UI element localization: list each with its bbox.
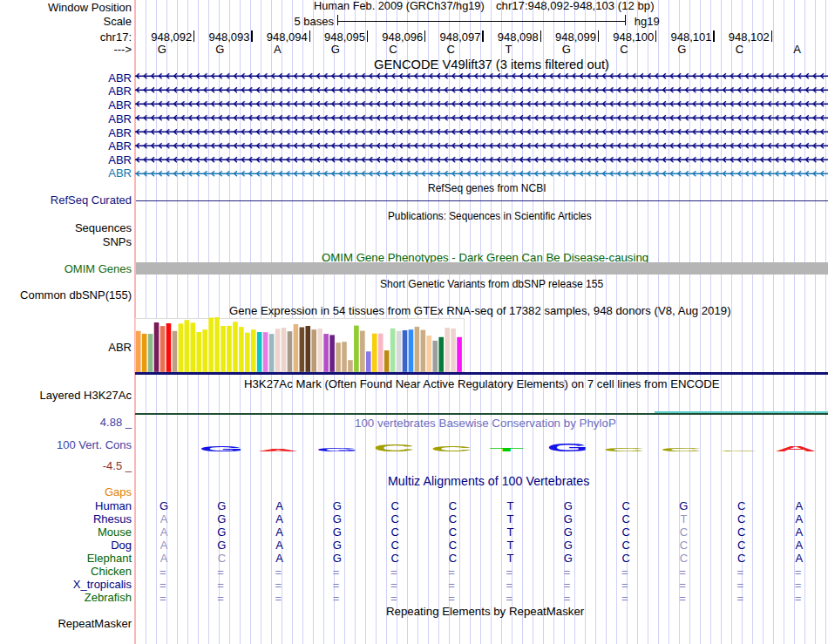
svg-text:C: C (373, 442, 415, 453)
svg-text:G: G (199, 443, 244, 452)
svg-text:C: C (661, 447, 702, 452)
svg-text:C: C (603, 447, 645, 452)
svg-text:A: A (257, 448, 299, 451)
svg-text:G: G (316, 446, 359, 451)
svg-text:C: C (431, 444, 472, 453)
svg-text:T: T (489, 447, 524, 451)
svg-text:C: C (720, 450, 758, 451)
svg-text:G: G (546, 441, 588, 454)
svg-text:A: A (775, 444, 818, 453)
